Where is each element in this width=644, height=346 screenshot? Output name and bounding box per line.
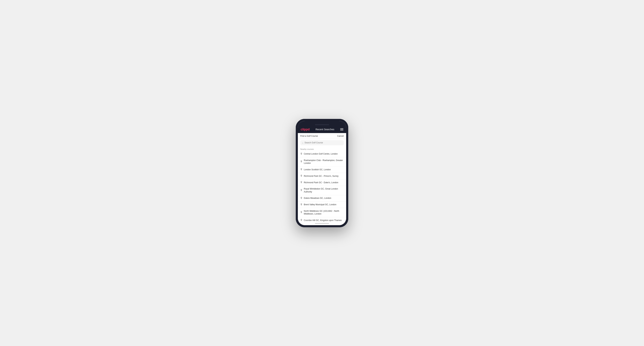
location-pin-icon bbox=[300, 153, 302, 156]
location-pin-icon bbox=[300, 197, 302, 200]
cancel-button[interactable]: Cancel bbox=[337, 135, 344, 137]
course-list: Central London Golf Centre, London Roeha… bbox=[298, 151, 346, 222]
course-list-item[interactable]: Richmond Park GC - Prince's, Surrey bbox=[298, 173, 346, 179]
course-list-item[interactable]: Dukes Meadows GC, London bbox=[298, 195, 346, 202]
location-pin-icon bbox=[300, 189, 302, 192]
course-name-text: Royal Wimbledon GC, Great London Authori… bbox=[304, 187, 344, 193]
course-name-text: North Middlesex GC (1011942 - North Midd… bbox=[304, 210, 344, 216]
app-logo: clippd bbox=[301, 128, 310, 131]
course-list-item[interactable]: Royal Wimbledon GC, Great London Authori… bbox=[298, 186, 346, 195]
search-container: ⌕ bbox=[298, 139, 346, 147]
course-list-item[interactable]: London Scottish GC, London bbox=[298, 167, 346, 173]
course-list-item[interactable]: Central London Golf Centre, London bbox=[298, 151, 346, 157]
location-pin-icon bbox=[300, 219, 302, 221]
menu-button[interactable] bbox=[340, 128, 343, 130]
search-input[interactable] bbox=[304, 142, 342, 144]
header-title: Recent Searches bbox=[316, 128, 334, 131]
home-bar bbox=[315, 223, 329, 224]
search-icon: ⌕ bbox=[302, 142, 304, 144]
course-name-text: Coombe Hill GC, Kingston upon Thames bbox=[304, 219, 342, 222]
course-list-item[interactable]: Coombe Hill GC, Kingston upon Thames bbox=[298, 217, 346, 221]
nearby-courses-section: Nearby courses Central London Golf Centr… bbox=[298, 147, 346, 222]
location-pin-icon bbox=[300, 181, 302, 184]
find-course-bar: Find a Golf Course Cancel bbox=[298, 133, 346, 139]
location-pin-icon bbox=[300, 168, 302, 171]
home-indicator bbox=[298, 222, 346, 225]
course-name-text: Central London Golf Centre, London bbox=[304, 153, 338, 156]
app-header: clippd Recent Searches bbox=[298, 126, 346, 133]
search-box[interactable]: ⌕ bbox=[300, 140, 344, 145]
course-name-text: Dukes Meadows GC, London bbox=[304, 197, 331, 200]
menu-icon-bar1 bbox=[340, 128, 343, 129]
phone-screen: clippd Recent Searches Find a Golf Cours… bbox=[298, 121, 346, 225]
location-pin-icon bbox=[300, 203, 302, 206]
location-pin-icon bbox=[300, 211, 302, 214]
course-name-text: Brent Valley Municipal GC, London bbox=[304, 203, 336, 206]
course-name-text: Richmond Park GC - Prince's, Surrey bbox=[304, 175, 338, 178]
menu-icon-bar2 bbox=[340, 129, 343, 130]
course-name-text: Roehampton Club - Roehampton, Greater Lo… bbox=[304, 159, 344, 165]
course-list-item[interactable]: Brent Valley Municipal GC, London bbox=[298, 202, 346, 208]
course-list-item[interactable]: North Middlesex GC (1011942 - North Midd… bbox=[298, 208, 346, 217]
course-list-item[interactable]: Roehampton Club - Roehampton, Greater Lo… bbox=[298, 157, 346, 167]
nearby-label: Nearby courses bbox=[298, 147, 346, 151]
main-content: Find a Golf Course Cancel ⌕ Nearby cours… bbox=[298, 133, 346, 222]
menu-icon-bar3 bbox=[340, 130, 343, 130]
location-pin-icon bbox=[300, 160, 302, 163]
course-name-text: Richmond Park GC - Duke's, London bbox=[304, 181, 338, 184]
find-course-label: Find a Golf Course bbox=[300, 135, 318, 137]
phone-frame: clippd Recent Searches Find a Golf Cours… bbox=[296, 119, 348, 227]
course-name-text: London Scottish GC, London bbox=[304, 168, 331, 171]
notch-bar bbox=[315, 124, 329, 125]
course-list-item[interactable]: Richmond Park GC - Duke's, London bbox=[298, 179, 346, 186]
phone-notch bbox=[298, 121, 346, 126]
location-pin-icon bbox=[300, 175, 302, 178]
